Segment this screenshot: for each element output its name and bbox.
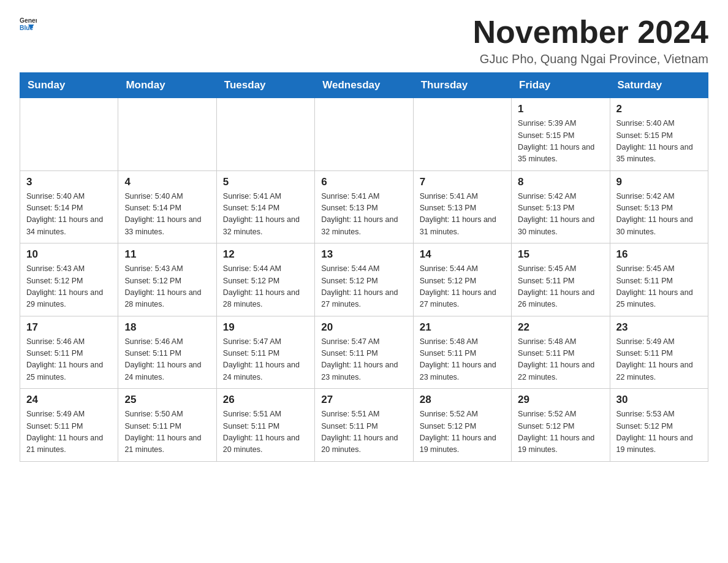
- calendar-cell-w3-d6: 15Sunrise: 5:45 AMSunset: 5:11 PMDayligh…: [512, 243, 610, 316]
- day-info: Sunrise: 5:48 AMSunset: 5:11 PMDaylight:…: [518, 336, 603, 384]
- day-info: Sunrise: 5:40 AMSunset: 5:14 PMDaylight:…: [124, 191, 210, 239]
- day-number: 27: [321, 394, 406, 406]
- page: General Blue November 2024 GJuc Pho, Qua…: [0, 0, 728, 481]
- calendar-cell-w5-d2: 25Sunrise: 5:50 AMSunset: 5:11 PMDayligh…: [118, 389, 216, 462]
- day-info: Sunrise: 5:40 AMSunset: 5:14 PMDaylight:…: [26, 191, 112, 239]
- calendar-cell-w3-d4: 13Sunrise: 5:44 AMSunset: 5:12 PMDayligh…: [315, 243, 413, 316]
- col-saturday: Saturday: [610, 73, 708, 98]
- calendar-cell-w2-d6: 8Sunrise: 5:42 AMSunset: 5:13 PMDaylight…: [512, 170, 610, 243]
- day-info: Sunrise: 5:42 AMSunset: 5:13 PMDaylight:…: [616, 191, 702, 239]
- day-number: 14: [420, 248, 505, 261]
- day-info: Sunrise: 5:48 AMSunset: 5:11 PMDaylight:…: [420, 336, 505, 384]
- day-info: Sunrise: 5:47 AMSunset: 5:11 PMDaylight:…: [223, 336, 308, 384]
- day-number: 13: [321, 248, 406, 261]
- day-info: Sunrise: 5:53 AMSunset: 5:12 PMDaylight:…: [616, 408, 702, 456]
- week-row-1: 1Sunrise: 5:39 AMSunset: 5:15 PMDaylight…: [20, 98, 708, 171]
- day-info: Sunrise: 5:51 AMSunset: 5:11 PMDaylight:…: [321, 408, 406, 456]
- calendar-cell-w3-d7: 16Sunrise: 5:45 AMSunset: 5:11 PMDayligh…: [610, 243, 708, 316]
- calendar-cell-w1-d6: 1Sunrise: 5:39 AMSunset: 5:15 PMDaylight…: [512, 98, 610, 171]
- week-row-5: 24Sunrise: 5:49 AMSunset: 5:11 PMDayligh…: [20, 389, 708, 462]
- calendar-cell-w5-d5: 28Sunrise: 5:52 AMSunset: 5:12 PMDayligh…: [413, 389, 511, 462]
- day-number: 3: [26, 176, 112, 188]
- day-number: 1: [518, 103, 603, 115]
- calendar-cell-w1-d7: 2Sunrise: 5:40 AMSunset: 5:15 PMDaylight…: [610, 98, 708, 171]
- calendar-cell-w5-d6: 29Sunrise: 5:52 AMSunset: 5:12 PMDayligh…: [512, 389, 610, 462]
- day-info: Sunrise: 5:46 AMSunset: 5:11 PMDaylight:…: [124, 336, 210, 384]
- calendar-title: November 2024: [473, 15, 708, 50]
- svg-text:Blue: Blue: [20, 25, 34, 31]
- day-number: 25: [124, 394, 210, 406]
- calendar-cell-w1-d2: [118, 98, 216, 171]
- day-info: Sunrise: 5:41 AMSunset: 5:14 PMDaylight:…: [223, 191, 308, 239]
- day-info: Sunrise: 5:51 AMSunset: 5:11 PMDaylight:…: [223, 408, 308, 456]
- day-info: Sunrise: 5:41 AMSunset: 5:13 PMDaylight:…: [321, 191, 406, 239]
- day-number: 7: [420, 176, 505, 188]
- day-info: Sunrise: 5:44 AMSunset: 5:12 PMDaylight:…: [321, 263, 406, 311]
- day-number: 15: [518, 248, 603, 261]
- day-number: 6: [321, 176, 406, 188]
- calendar-cell-w1-d4: [315, 98, 413, 171]
- calendar-cell-w3-d2: 11Sunrise: 5:43 AMSunset: 5:12 PMDayligh…: [118, 243, 216, 316]
- calendar-cell-w2-d4: 6Sunrise: 5:41 AMSunset: 5:13 PMDaylight…: [315, 170, 413, 243]
- week-row-2: 3Sunrise: 5:40 AMSunset: 5:14 PMDaylight…: [20, 170, 708, 243]
- day-number: 17: [26, 321, 112, 334]
- day-info: Sunrise: 5:47 AMSunset: 5:11 PMDaylight:…: [321, 336, 406, 384]
- calendar-cell-w5-d4: 27Sunrise: 5:51 AMSunset: 5:11 PMDayligh…: [315, 389, 413, 462]
- calendar-cell-w4-d2: 18Sunrise: 5:46 AMSunset: 5:11 PMDayligh…: [118, 316, 216, 389]
- calendar-cell-w4-d7: 23Sunrise: 5:49 AMSunset: 5:11 PMDayligh…: [610, 316, 708, 389]
- calendar-cell-w4-d1: 17Sunrise: 5:46 AMSunset: 5:11 PMDayligh…: [20, 316, 118, 389]
- day-number: 2: [616, 103, 702, 115]
- day-number: 9: [616, 176, 702, 188]
- logo: General Blue: [20, 15, 37, 32]
- day-info: Sunrise: 5:49 AMSunset: 5:11 PMDaylight:…: [26, 408, 112, 456]
- day-info: Sunrise: 5:43 AMSunset: 5:12 PMDaylight:…: [124, 263, 210, 311]
- title-section: November 2024 GJuc Pho, Quang Ngai Provi…: [473, 15, 708, 66]
- calendar-cell-w3-d3: 12Sunrise: 5:44 AMSunset: 5:12 PMDayligh…: [216, 243, 314, 316]
- calendar-table: Sunday Monday Tuesday Wednesday Thursday…: [20, 72, 708, 462]
- calendar-cell-w2-d3: 5Sunrise: 5:41 AMSunset: 5:14 PMDaylight…: [216, 170, 314, 243]
- day-number: 19: [223, 321, 308, 334]
- col-tuesday: Tuesday: [216, 73, 314, 98]
- day-info: Sunrise: 5:41 AMSunset: 5:13 PMDaylight:…: [420, 191, 505, 239]
- col-monday: Monday: [118, 73, 216, 98]
- day-info: Sunrise: 5:44 AMSunset: 5:12 PMDaylight:…: [223, 263, 308, 311]
- day-number: 30: [616, 394, 702, 406]
- calendar-cell-w5-d1: 24Sunrise: 5:49 AMSunset: 5:11 PMDayligh…: [20, 389, 118, 462]
- day-info: Sunrise: 5:42 AMSunset: 5:13 PMDaylight:…: [518, 191, 603, 239]
- day-number: 8: [518, 176, 603, 188]
- day-number: 10: [26, 248, 112, 261]
- col-thursday: Thursday: [413, 73, 511, 98]
- day-number: 12: [223, 248, 308, 261]
- col-friday: Friday: [512, 73, 610, 98]
- day-number: 16: [616, 248, 702, 261]
- day-number: 18: [124, 321, 210, 334]
- calendar-cell-w4-d5: 21Sunrise: 5:48 AMSunset: 5:11 PMDayligh…: [413, 316, 511, 389]
- day-number: 4: [124, 176, 210, 188]
- calendar-cell-w4-d4: 20Sunrise: 5:47 AMSunset: 5:11 PMDayligh…: [315, 316, 413, 389]
- day-info: Sunrise: 5:49 AMSunset: 5:11 PMDaylight:…: [616, 336, 702, 384]
- calendar-cell-w4-d3: 19Sunrise: 5:47 AMSunset: 5:11 PMDayligh…: [216, 316, 314, 389]
- col-wednesday: Wednesday: [315, 73, 413, 98]
- weekday-header-row: Sunday Monday Tuesday Wednesday Thursday…: [20, 73, 708, 98]
- svg-text:General: General: [20, 17, 37, 24]
- col-sunday: Sunday: [20, 73, 118, 98]
- day-info: Sunrise: 5:45 AMSunset: 5:11 PMDaylight:…: [616, 263, 702, 311]
- day-number: 23: [616, 321, 702, 334]
- day-number: 24: [26, 394, 112, 406]
- day-number: 22: [518, 321, 603, 334]
- day-info: Sunrise: 5:52 AMSunset: 5:12 PMDaylight:…: [420, 408, 505, 456]
- day-number: 21: [420, 321, 505, 334]
- day-info: Sunrise: 5:50 AMSunset: 5:11 PMDaylight:…: [124, 408, 210, 456]
- calendar-subtitle: GJuc Pho, Quang Ngai Province, Vietnam: [473, 52, 708, 66]
- week-row-4: 17Sunrise: 5:46 AMSunset: 5:11 PMDayligh…: [20, 316, 708, 389]
- day-number: 11: [124, 248, 210, 261]
- calendar-cell-w1-d1: [20, 98, 118, 171]
- day-info: Sunrise: 5:52 AMSunset: 5:12 PMDaylight:…: [518, 408, 603, 456]
- day-info: Sunrise: 5:45 AMSunset: 5:11 PMDaylight:…: [518, 263, 603, 311]
- day-number: 29: [518, 394, 603, 406]
- calendar-cell-w2-d5: 7Sunrise: 5:41 AMSunset: 5:13 PMDaylight…: [413, 170, 511, 243]
- day-number: 28: [420, 394, 505, 406]
- calendar-cell-w4-d6: 22Sunrise: 5:48 AMSunset: 5:11 PMDayligh…: [512, 316, 610, 389]
- calendar-cell-w5-d3: 26Sunrise: 5:51 AMSunset: 5:11 PMDayligh…: [216, 389, 314, 462]
- calendar-cell-w3-d5: 14Sunrise: 5:44 AMSunset: 5:12 PMDayligh…: [413, 243, 511, 316]
